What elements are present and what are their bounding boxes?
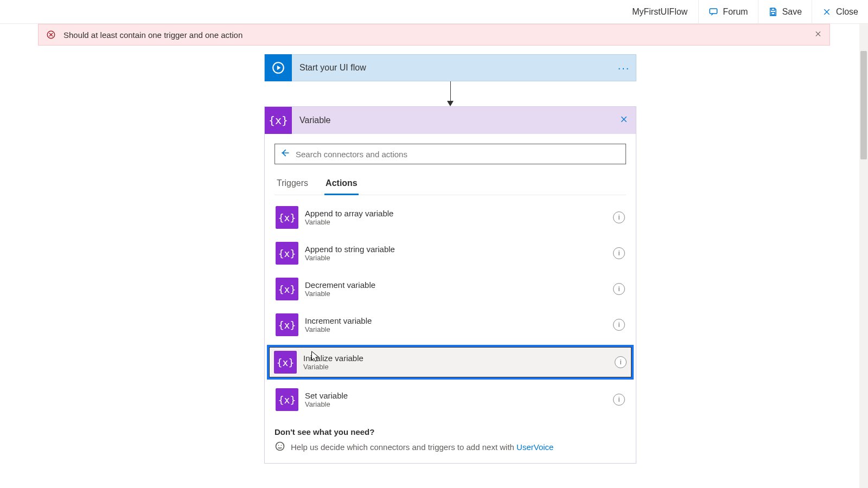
variable-icon: {x} bbox=[276, 313, 298, 336]
action-sub: Variable bbox=[305, 325, 607, 333]
action-sub: Variable bbox=[303, 363, 608, 371]
action-sub: Variable bbox=[305, 254, 607, 262]
action-name: Decrement variable bbox=[305, 280, 607, 290]
action-increment[interactable]: {x} Increment variable Variable i bbox=[275, 312, 626, 337]
save-label: Save bbox=[782, 7, 802, 17]
flow-canvas: Start your UI flow ··· {x} Variable Trig… bbox=[38, 43, 863, 488]
chat-icon bbox=[709, 7, 718, 17]
svg-rect-0 bbox=[710, 9, 718, 14]
flow-name: MyFirstUIFlow bbox=[621, 0, 698, 23]
action-name: Increment variable bbox=[305, 316, 607, 325]
action-append-array[interactable]: {x} Append to array variable Variable i bbox=[275, 205, 626, 230]
svg-rect-1 bbox=[771, 8, 775, 10]
tab-triggers[interactable]: Triggers bbox=[276, 175, 309, 195]
info-icon[interactable]: i bbox=[613, 394, 625, 406]
save-icon bbox=[768, 7, 778, 17]
action-decrement[interactable]: {x} Decrement variable Variable i bbox=[275, 277, 626, 301]
error-icon bbox=[46, 30, 56, 40]
step-menu-button[interactable]: ··· bbox=[612, 62, 636, 74]
action-name: Append to array variable bbox=[305, 209, 607, 218]
variable-icon: {x} bbox=[265, 107, 292, 134]
footer-question: Don't see what you need? bbox=[275, 427, 626, 436]
action-name: Append to string variable bbox=[305, 245, 607, 254]
action-sub: Variable bbox=[305, 218, 607, 226]
picker-close-button[interactable] bbox=[612, 115, 636, 126]
variable-icon: {x} bbox=[276, 242, 298, 265]
close-icon bbox=[822, 7, 832, 17]
footer-text: Help us decide which connectors and trig… bbox=[291, 442, 516, 452]
action-append-string[interactable]: {x} Append to string variable Variable i bbox=[275, 241, 626, 266]
search-input[interactable] bbox=[296, 150, 621, 159]
svg-point-7 bbox=[281, 445, 282, 446]
variable-icon: {x} bbox=[274, 351, 297, 374]
info-icon[interactable]: i bbox=[613, 211, 625, 223]
save-button[interactable]: Save bbox=[758, 0, 812, 23]
variable-icon: {x} bbox=[276, 388, 298, 411]
action-initialize[interactable]: {x} Initialize variable Variable i bbox=[269, 347, 631, 377]
action-sub: Variable bbox=[305, 290, 607, 298]
action-sub: Variable bbox=[305, 400, 607, 408]
banner-close-button[interactable] bbox=[814, 30, 822, 40]
action-picker: {x} Variable Triggers Actions {x} bbox=[264, 106, 636, 464]
error-banner: Should at least contain one trigger and … bbox=[38, 24, 830, 46]
variable-icon: {x} bbox=[276, 206, 298, 229]
picker-tabs: Triggers Actions bbox=[275, 175, 626, 195]
info-icon[interactable]: i bbox=[613, 319, 625, 331]
start-step-card[interactable]: Start your UI flow ··· bbox=[264, 54, 636, 81]
svg-point-6 bbox=[278, 445, 279, 446]
start-step-label: Start your UI flow bbox=[292, 63, 612, 73]
top-bar: MyFirstUIFlow Forum Save Close bbox=[0, 0, 868, 24]
svg-point-5 bbox=[276, 442, 284, 451]
close-label: Close bbox=[836, 7, 858, 17]
forum-button[interactable]: Forum bbox=[698, 0, 757, 23]
forum-label: Forum bbox=[723, 7, 748, 17]
picker-footer: Don't see what you need? Help us decide … bbox=[275, 427, 626, 453]
search-box[interactable] bbox=[275, 144, 626, 164]
action-name: Set variable bbox=[305, 391, 607, 400]
svg-rect-2 bbox=[771, 12, 775, 15]
picker-title: Variable bbox=[292, 115, 612, 125]
variable-icon: {x} bbox=[276, 278, 298, 300]
smile-icon bbox=[275, 441, 285, 453]
play-icon bbox=[265, 54, 292, 81]
action-set[interactable]: {x} Set variable Variable i bbox=[275, 387, 626, 412]
picker-body: Triggers Actions {x} Append to array var… bbox=[265, 134, 636, 463]
back-arrow-icon[interactable] bbox=[279, 147, 290, 160]
info-icon[interactable]: i bbox=[615, 356, 627, 368]
action-name: Initialize variable bbox=[303, 354, 608, 363]
uservoice-link[interactable]: UserVoice bbox=[516, 442, 553, 452]
info-icon[interactable]: i bbox=[613, 247, 625, 259]
close-button[interactable]: Close bbox=[812, 0, 868, 23]
error-text: Should at least contain one trigger and … bbox=[63, 30, 242, 40]
action-list: {x} Append to array variable Variable i … bbox=[275, 205, 626, 412]
picker-header: {x} Variable bbox=[265, 107, 636, 134]
connector-arrow bbox=[447, 81, 454, 106]
info-icon[interactable]: i bbox=[613, 283, 625, 295]
tab-actions[interactable]: Actions bbox=[324, 175, 359, 195]
